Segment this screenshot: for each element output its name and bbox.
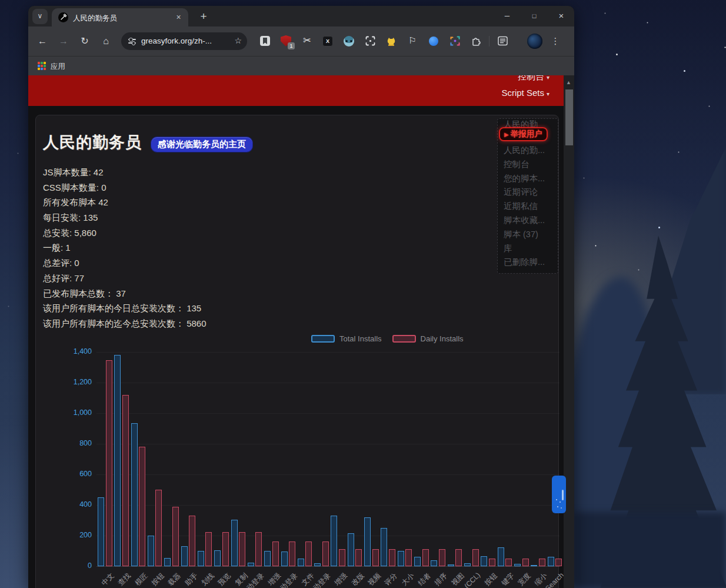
y-axis-tick-label: 800 [36, 439, 92, 447]
scrollbar-up-icon[interactable]: ▲ [566, 79, 571, 85]
bar-daily-installs [239, 532, 245, 567]
x-axis-category-label: (CCL) [462, 571, 482, 588]
report-user-button[interactable]: ▶举报用户 [499, 127, 548, 141]
side-menu-item[interactable]: 已删除脚... [504, 255, 554, 270]
side-menu-item[interactable]: 控制台 [504, 158, 554, 172]
tab-search-button[interactable]: ∨ [32, 9, 48, 24]
bar-daily-installs [472, 549, 479, 566]
bar-daily-installs [389, 549, 395, 566]
side-menu-item[interactable]: 库 [504, 242, 554, 256]
x-axis-category-label: 按钮 [482, 571, 499, 588]
bar-daily-installs [272, 542, 279, 566]
bar-daily-installs [255, 532, 262, 567]
side-menu-item[interactable]: 脚本 (37) [504, 228, 554, 242]
stat-line: 总好评: 77 [43, 271, 207, 286]
color-picker-focus-extension-icon[interactable] [448, 34, 462, 48]
extensions-puzzle-icon[interactable] [469, 34, 483, 48]
bar-daily-installs [489, 559, 495, 566]
window-maximize-button[interactable]: □ [525, 8, 543, 24]
x-axis-category-label: 中文 [99, 571, 116, 588]
side-menu-item[interactable]: 您的脚本... [504, 172, 554, 186]
bar-daily-installs [289, 542, 295, 566]
bar-daily-installs [339, 549, 345, 566]
page-viewport: 控制台▾ Script Sets▾ 人民的勤务员 感谢光临勤务员的主页 JS脚本… [28, 75, 574, 588]
gridline [96, 413, 560, 414]
x-axis-category-label: 助手 [183, 571, 200, 588]
site-settings-icon[interactable] [128, 38, 136, 45]
side-menu-item[interactable]: 人民的勤... [504, 144, 554, 158]
new-tab-button[interactable]: + [197, 9, 211, 24]
bookmark-star-icon[interactable]: ☆ [234, 36, 242, 45]
home-icon[interactable]: ⌂ [99, 34, 113, 48]
bar-daily-installs [106, 360, 112, 566]
bar-daily-installs [422, 549, 429, 566]
x-axis-category-label: 划线 [199, 571, 217, 588]
bar-daily-installs [522, 559, 529, 566]
nav-script-sets-link[interactable]: Script Sets▾ [501, 88, 550, 98]
window-minimize-button[interactable]: – [498, 8, 516, 24]
stars [0, 0, 1, 1]
url-bar[interactable]: greasyfork.org/zh-... ☆ [121, 32, 247, 50]
floating-script-button[interactable] [552, 476, 566, 513]
x-axis-category-label: 增强 [332, 571, 349, 588]
gridline [96, 383, 560, 383]
browser-menu-icon[interactable]: ⋮ [550, 35, 561, 48]
side-menu-item[interactable]: 脚本收藏... [504, 214, 554, 228]
apps-bookmark-label[interactable]: 应用 [51, 62, 65, 72]
stat-line: 总差评: 0 [43, 255, 207, 271]
x-axis-category-label: 视频 [366, 571, 383, 588]
cat-catch-extension-icon[interactable] [384, 34, 398, 48]
bar-daily-installs [555, 559, 562, 566]
browser-tab[interactable]: 人民的勤务员 × [52, 8, 188, 26]
gridline [96, 474, 560, 475]
desktop-wallpaper: ∨ 人民的勤务员 × + – □ × ← → ↻ [0, 0, 726, 588]
stat-line: 已发布脚本总数： 37 [43, 286, 207, 301]
bookmark-flag-extension-icon[interactable]: ⚐ [405, 34, 419, 48]
bar-total-installs [231, 520, 238, 566]
ublock-origin-icon[interactable]: 1 [279, 34, 293, 48]
bar-total-installs [448, 564, 454, 566]
bar-total-installs [548, 557, 554, 566]
nav-console-link[interactable]: 控制台▾ [518, 75, 550, 82]
side-menu-clipped-item[interactable]: 人民的勤 [504, 120, 554, 127]
x-axis-category-label: 大小 [399, 571, 417, 588]
bar-daily-installs [322, 542, 329, 566]
legend-total-installs-swatch [311, 335, 335, 343]
tab-close-icon[interactable]: × [174, 12, 184, 22]
bar-total-installs [114, 355, 121, 566]
y-axis-tick-label: 600 [36, 470, 92, 478]
ground-silhouette [574, 512, 726, 588]
profile-avatar[interactable] [527, 34, 542, 49]
side-menu-item[interactable]: 近期私信 [504, 200, 554, 214]
reading-list-extension-icon[interactable] [258, 34, 272, 48]
forward-icon[interactable]: → [56, 34, 71, 48]
blue-dot-extension-icon[interactable] [427, 34, 441, 48]
bar-total-installs [531, 565, 537, 566]
bar-daily-installs [222, 532, 229, 567]
chevron-down-icon: ▾ [547, 91, 550, 97]
apps-grid-icon[interactable] [38, 62, 46, 70]
bar-total-installs [414, 557, 421, 566]
stat-line: 该用户所有脚本的迄今总安装次数： 5860 [43, 316, 207, 331]
reload-icon[interactable]: ↻ [78, 34, 92, 48]
scrollbar-thumb[interactable] [565, 89, 573, 145]
back-icon[interactable]: ← [35, 34, 49, 48]
legend-daily-installs-swatch [392, 335, 416, 343]
legend-total-installs-label: Total Installs [339, 334, 382, 343]
bar-daily-installs [539, 559, 545, 566]
scissors-extension-icon[interactable]: ✂ [300, 34, 314, 48]
side-menu-item[interactable]: 近期评论 [504, 185, 554, 200]
gridline [96, 352, 560, 353]
bar-total-installs [381, 528, 387, 566]
goggles-avatar-extension-icon[interactable] [342, 34, 356, 48]
bar-daily-installs [139, 447, 145, 566]
screenshot-focus-extension-icon[interactable] [363, 34, 377, 48]
greasyfork-favicon-icon [58, 12, 68, 22]
ublock-badge: 1 [288, 42, 295, 49]
bar-total-installs [131, 423, 138, 566]
profile-side-menu: 人民的勤 ▶举报用户 人民的勤...控制台您的脚本...近期评论近期私信脚本收藏… [497, 118, 558, 274]
report-arrow-icon: ▶ [504, 131, 509, 138]
window-close-button[interactable]: × [552, 8, 570, 24]
x-extension-icon[interactable]: X [321, 34, 335, 48]
reading-list-panel-icon[interactable] [495, 34, 509, 48]
